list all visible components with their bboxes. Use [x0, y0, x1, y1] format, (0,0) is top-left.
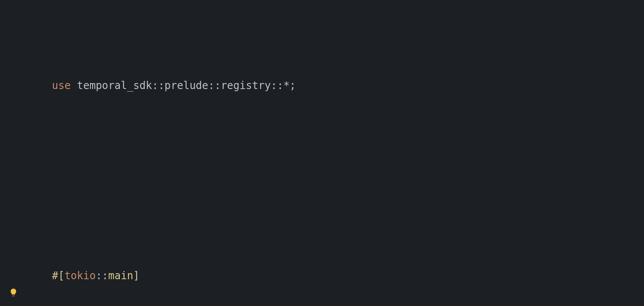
- code-line[interactable]: use temporal_sdk::prelude::registry::*;: [52, 76, 644, 95]
- code-area[interactable]: use temporal_sdk::prelude::registry::*; …: [52, 0, 644, 306]
- code-editor[interactable]: use temporal_sdk::prelude::registry::*; …: [0, 0, 644, 306]
- lightbulb-icon[interactable]: [9, 288, 18, 297]
- gutter: [0, 0, 26, 306]
- code-line[interactable]: [52, 171, 644, 190]
- keyword-use: use: [52, 80, 71, 92]
- code-line[interactable]: #[tokio::main]: [52, 266, 644, 285]
